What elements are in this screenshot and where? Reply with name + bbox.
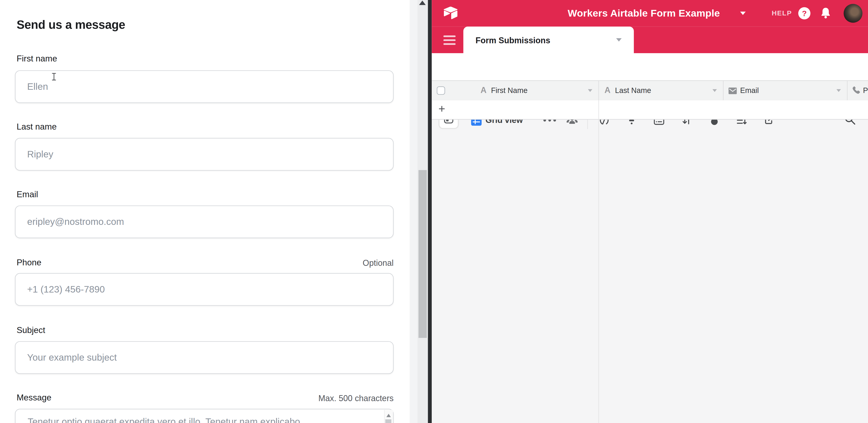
- column-caret-icon[interactable]: [836, 89, 841, 92]
- notifications-bell-icon[interactable]: [820, 7, 831, 19]
- contact-form-page: Send us a message First name Last name E…: [0, 0, 410, 423]
- email-label: Email: [17, 189, 38, 199]
- tab-form-submissions[interactable]: Form Submissions: [463, 27, 634, 53]
- phone-optional-hint: Optional: [221, 258, 394, 268]
- browser-scrollbar-thumb[interactable]: [418, 170, 427, 338]
- page-right-margin: [410, 0, 417, 423]
- phone-input[interactable]: [15, 273, 394, 306]
- grid-header-row: A First Name A Last Name Email: [432, 80, 868, 101]
- help-icon[interactable]: ?: [798, 7, 810, 19]
- column-header-email[interactable]: Email: [723, 81, 847, 100]
- text-cursor-icon: [51, 72, 57, 81]
- text-field-type-icon: A: [604, 85, 611, 95]
- select-all-checkbox[interactable]: [437, 86, 445, 95]
- first-name-input[interactable]: [15, 70, 394, 103]
- message-placeholder-text: Tenetur optio quaerat expedita vero et i…: [28, 417, 300, 423]
- message-label: Message: [17, 393, 51, 402]
- email-input[interactable]: [15, 206, 394, 238]
- airtable-table-bar: Form Submissions SHARE AUTOMATIONS: [432, 27, 868, 53]
- sidebar-menu-icon[interactable]: [443, 35, 456, 47]
- airtable-window: Workers Airtable Form Example HELP ? For…: [432, 0, 868, 423]
- screen: Send us a message First name Last name E…: [0, 0, 868, 423]
- column-name: Email: [740, 86, 759, 95]
- text-field-type-icon: A: [480, 85, 487, 95]
- table-tab-label: Form Submissions: [476, 35, 550, 45]
- column-name: Phone: [863, 86, 868, 95]
- column-name: Last Name: [615, 86, 651, 95]
- browser-scrollbar-up-icon[interactable]: [419, 0, 426, 5]
- message-scrollbar-up-icon[interactable]: [386, 414, 391, 417]
- table-tab-caret-icon[interactable]: [616, 38, 622, 41]
- column-name: First Name: [491, 86, 528, 95]
- user-avatar[interactable]: [844, 4, 863, 23]
- add-row-plus-icon[interactable]: +: [438, 102, 445, 115]
- column-header-last-name[interactable]: A Last Name: [599, 81, 723, 100]
- message-scrollbar-thumb[interactable]: [385, 419, 391, 423]
- grid-column-line: [598, 100, 599, 423]
- first-name-label: First name: [17, 54, 57, 63]
- column-header-phone[interactable]: Phone: [847, 81, 868, 100]
- message-maxlength-hint: Max. 500 characters: [221, 393, 394, 403]
- phone-field-type-icon: [852, 86, 861, 95]
- add-row[interactable]: +: [432, 100, 868, 120]
- email-field-type-icon: [728, 87, 737, 94]
- column-caret-icon[interactable]: [588, 89, 592, 92]
- last-name-input[interactable]: [15, 138, 394, 171]
- last-name-label: Last name: [17, 122, 57, 132]
- airtable-logo-icon[interactable]: [443, 6, 458, 19]
- phone-label: Phone: [17, 258, 41, 267]
- base-title[interactable]: Workers Airtable Form Example: [533, 8, 754, 20]
- page-title: Send us a message: [17, 18, 125, 32]
- column-caret-icon[interactable]: [713, 89, 717, 92]
- base-title-caret-icon[interactable]: [740, 12, 746, 15]
- column-header-first-name[interactable]: A First Name: [476, 81, 598, 100]
- view-toolbar: Grid view: [432, 53, 868, 80]
- airtable-top-bar: Workers Airtable Form Example HELP ?: [432, 0, 868, 27]
- window-divider: [428, 0, 432, 423]
- help-button[interactable]: HELP: [772, 9, 792, 17]
- subject-label: Subject: [17, 325, 45, 335]
- subject-input[interactable]: [15, 341, 394, 374]
